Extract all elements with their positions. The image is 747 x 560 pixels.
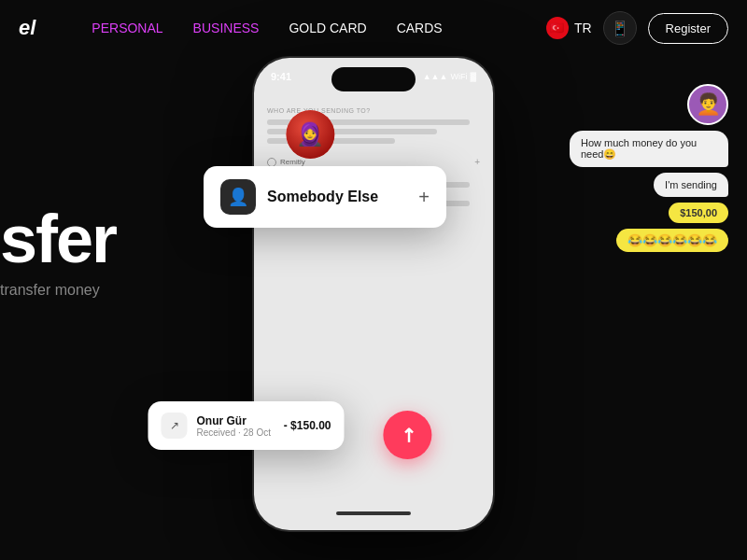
hero-title: sfer bbox=[0, 205, 116, 273]
avatar-inner: 🧕 bbox=[286, 110, 334, 159]
somebody-avatar: 👤 bbox=[220, 179, 256, 215]
nav-right: 🇹🇷 TR 📱 Register bbox=[546, 11, 728, 45]
transaction-arrow-icon: ↗ bbox=[162, 413, 188, 439]
nav-personal[interactable]: PERSONAL bbox=[92, 21, 162, 35]
card-left-section: 👤 Somebody Else bbox=[220, 179, 378, 215]
chat-bubble-emoji: 😂😂😂😂😂😂 bbox=[616, 229, 728, 252]
nav-gold-card[interactable]: GOLD CARD bbox=[289, 21, 366, 35]
avatar-emoji: 🧕 bbox=[296, 121, 324, 147]
language-selector[interactable]: 🇹🇷 TR bbox=[546, 17, 592, 39]
remitly-label: Remitly bbox=[280, 158, 305, 166]
phone-home-indicator bbox=[336, 511, 411, 515]
hero-section: sfer transfer money bbox=[0, 205, 116, 299]
phone-status-bar: 9:41 ▲▲▲ WiFi ▓ bbox=[254, 71, 493, 82]
chat-bubble-sending: I'm sending bbox=[654, 173, 728, 197]
wifi-icon: WiFi bbox=[450, 72, 467, 81]
logo: el bbox=[19, 16, 35, 40]
transaction-info: Onur Gür Received · 28 Oct bbox=[197, 414, 275, 438]
hero-subtitle: transfer money bbox=[0, 282, 116, 299]
user-avatar-left: 🧕 bbox=[286, 110, 334, 159]
phone-icon: 📱 bbox=[611, 20, 629, 37]
fab-button[interactable]: ↗ bbox=[383, 411, 431, 459]
status-time: 9:41 bbox=[271, 71, 291, 82]
screen-send-label: WHO ARE YOU SENDING TO? bbox=[254, 107, 493, 114]
flag-icon: 🇹🇷 bbox=[546, 17, 569, 39]
nav-cards[interactable]: CARDS bbox=[397, 21, 443, 35]
remitly-dot bbox=[267, 158, 276, 167]
remitly-left: Remitly bbox=[267, 158, 305, 167]
chat-bubble-amount: $150,00 bbox=[669, 203, 728, 223]
transaction-date: Received · 28 Oct bbox=[197, 427, 275, 438]
transaction-name: Onur Gür bbox=[197, 414, 275, 427]
fab-arrow-icon: ↗ bbox=[394, 422, 421, 449]
chat-user-avatar: 🧑‍🦱 bbox=[687, 84, 728, 125]
somebody-name: Somebody Else bbox=[267, 189, 378, 205]
status-icons: ▲▲▲ WiFi ▓ bbox=[423, 72, 476, 81]
chat-bubble-question: How much money do you need😄 bbox=[570, 131, 728, 167]
remitly-plus-icon: + bbox=[474, 157, 480, 167]
chat-avatar-emoji: 🧑‍🦱 bbox=[696, 92, 721, 117]
navigation: el PERSONAL BUSINESS GOLD CARD CARDS 🇹🇷 … bbox=[0, 0, 747, 56]
signal-icon: ▲▲▲ bbox=[423, 72, 448, 81]
add-icon[interactable]: + bbox=[418, 187, 430, 208]
somebody-else-card: 👤 Somebody Else + bbox=[204, 166, 446, 228]
battery-icon: ▓ bbox=[470, 72, 476, 81]
mobile-toggle-button[interactable]: 📱 bbox=[603, 11, 637, 45]
language-label: TR bbox=[574, 21, 592, 35]
transaction-amount: - $150.00 bbox=[284, 419, 331, 432]
person-icon: 👤 bbox=[228, 187, 248, 207]
transaction-card: ↗ Onur Gür Received · 28 Oct - $150.00 bbox=[148, 401, 345, 450]
arrow-icon: ↗ bbox=[170, 419, 179, 432]
chat-area: 🧑‍🦱 How much money do you need😄 I'm send… bbox=[570, 84, 728, 252]
register-button[interactable]: Register bbox=[648, 13, 728, 44]
nav-links: PERSONAL BUSINESS GOLD CARD CARDS bbox=[92, 21, 546, 35]
nav-business[interactable]: BUSINESS bbox=[193, 21, 260, 35]
